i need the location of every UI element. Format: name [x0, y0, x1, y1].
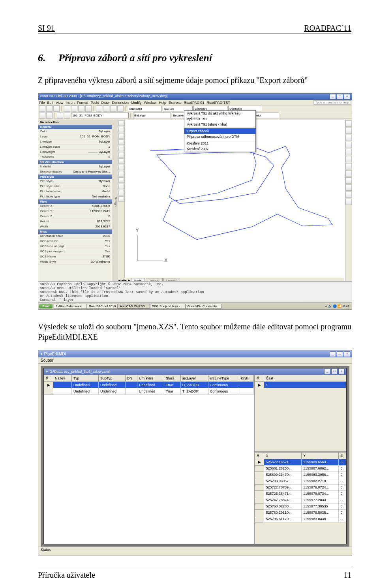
menu-window[interactable]: Window [144, 101, 157, 105]
toolbar-button[interactable] [46, 112, 53, 118]
grid-cell[interactable]: 1155979.0724... [301, 484, 339, 490]
menu-roadpac-91[interactable]: RoadPAC 91 [184, 101, 205, 105]
grid-cell[interactable]: T_ZABOR [180, 388, 208, 395]
grid-cell[interactable] [126, 388, 137, 395]
palette-section-header[interactable]: 3D Visualization [38, 160, 112, 164]
column-header[interactable]: Název [53, 375, 72, 382]
palette-row[interactable]: Center X526032.9035 [38, 204, 112, 209]
palette-row[interactable]: Lineweight——— ByLayer [38, 150, 112, 155]
column-header[interactable]: Ŕ [44, 375, 53, 382]
color-combo[interactable]: ByLayer [133, 113, 171, 118]
menu-item[interactable]: Export záborů [184, 128, 255, 134]
grid-cell[interactable]: True [164, 388, 181, 395]
palette-row[interactable]: Plot styleByColor [38, 179, 112, 184]
column-header[interactable]: DN [126, 375, 137, 382]
grid-cell[interactable] [239, 388, 254, 395]
row-handle[interactable] [255, 516, 264, 522]
grid-cell[interactable]: 1155983.3956... [301, 472, 339, 478]
grid-cell[interactable]: 525681.26230... [264, 465, 302, 472]
toolbar-button[interactable] [64, 105, 70, 112]
column-header[interactable]: SubTyp [99, 375, 126, 382]
grid-cell[interactable]: 0 [339, 472, 346, 478]
palette-row[interactable]: Width2023.9217 [38, 224, 112, 229]
palette-row[interactable]: MaterialByLayer [38, 164, 112, 169]
grid-main[interactable]: ŔNázevTypSubTypDNUmístěníStarásrcLayersr… [44, 375, 255, 544]
menu-item[interactable]: Vykreslit T91 [184, 116, 255, 122]
menu-help[interactable]: Help [159, 101, 167, 105]
row-handle[interactable] [255, 497, 264, 503]
grid-cell[interactable]: 525780.29110... [264, 509, 302, 516]
grid-cell[interactable]: 0 [339, 478, 346, 484]
menu-file[interactable]: File [39, 101, 45, 105]
toolbar-button[interactable] [46, 105, 53, 112]
palette-row[interactable]: UCS icon at originYes [38, 244, 112, 249]
palette-row[interactable]: Linetype scale1 [38, 145, 112, 150]
palette-row[interactable]: Plot style tableNone [38, 184, 112, 189]
row-handle[interactable] [44, 388, 53, 395]
row-handle[interactable] [255, 509, 264, 516]
menu-soubor[interactable]: Soubor [41, 358, 53, 363]
column-header[interactable]: Krytí [239, 375, 254, 382]
hatch-icon[interactable] [118, 152, 124, 158]
palette-row[interactable]: Height833.3795 [38, 219, 112, 224]
palette-section-header[interactable]: Plot style [38, 175, 112, 179]
menu-view[interactable]: View [56, 101, 63, 105]
row-handle[interactable] [255, 465, 264, 472]
menu-insert[interactable]: Insert [66, 101, 75, 105]
window-buttons[interactable]: _□× [329, 94, 350, 100]
line-icon[interactable] [118, 120, 124, 126]
row-handle[interactable]: ▶ [255, 382, 264, 388]
dim-icon[interactable] [118, 165, 124, 170]
palette-row[interactable]: Shadow displayCasts and Receives Sha... [38, 169, 112, 175]
toolbar-button[interactable] [71, 105, 77, 112]
taskbar-app-button[interactable]: OpenVPN Connectio... [186, 304, 221, 309]
grid-cell[interactable]: 1155983.0338... [301, 516, 339, 522]
grid-cell[interactable]: Undefined [71, 388, 98, 395]
menu-roadpac-tst[interactable]: RoadPAC-TST [206, 101, 230, 105]
grid-cell[interactable]: Undefined [99, 382, 126, 388]
style-combo[interactable]: Standard [128, 106, 162, 111]
grid-cell[interactable]: D_ZABOR [180, 382, 208, 388]
grid-cell[interactable]: 525699.21470... [264, 472, 302, 478]
menu-edit[interactable]: Edit [47, 101, 54, 105]
toolbar-button[interactable] [78, 105, 84, 112]
grid-cell[interactable]: Undefined [99, 388, 126, 395]
toolbar-button[interactable] [53, 105, 60, 112]
grid-cell[interactable]: 0 [339, 459, 346, 465]
grid-cell[interactable]: 525703.93057... [264, 478, 302, 484]
palette-row[interactable]: Plot table typeNot available [38, 194, 112, 199]
palette-row[interactable]: Linetype——— ByLayer [38, 139, 112, 145]
grid-coords[interactable]: ŔXYZ▶525672.16571...1155989.6563...05256… [255, 452, 346, 544]
grid-cell[interactable]: 1155982.2719... [301, 478, 339, 484]
column-header[interactable]: Část [264, 375, 346, 382]
palette-row[interactable]: Thickness0 [38, 155, 112, 160]
column-header[interactable]: Umístění [137, 375, 164, 382]
grid-cell[interactable] [53, 382, 72, 388]
copy-icon[interactable] [345, 128, 352, 134]
column-header[interactable]: Y [301, 452, 339, 459]
grid-cell[interactable] [126, 382, 137, 388]
column-header[interactable]: srcLayer [180, 375, 208, 382]
trim-icon[interactable] [345, 177, 352, 184]
grid-cell[interactable]: 0 [339, 509, 346, 516]
region-icon[interactable] [118, 190, 124, 195]
menu-format[interactable]: Format [77, 101, 88, 105]
grid-cell[interactable] [53, 388, 72, 395]
row-handle[interactable] [255, 478, 264, 484]
row-handle[interactable] [255, 503, 264, 509]
grid-cell[interactable]: 1155977.2033... [301, 497, 339, 503]
column-header[interactable]: Typ [71, 375, 98, 382]
grid-cell[interactable]: 525725.38471... [264, 490, 302, 497]
palette-row[interactable]: Annotation scale1:100 [38, 234, 112, 239]
taskbar-app-button[interactable]: AutoCAD Civil 3D ... [118, 304, 150, 309]
taskbar-app-button[interactable]: SI91 Spojené řezy - ... [150, 304, 185, 309]
menu-bar[interactable]: Soubor [38, 357, 352, 364]
grid-cell[interactable]: Undefined [137, 382, 164, 388]
column-header[interactable]: X [264, 452, 302, 459]
rotate-icon[interactable] [345, 163, 352, 169]
grid-cell[interactable]: 0 [339, 484, 346, 490]
circle-icon[interactable] [118, 133, 124, 139]
help-search-box[interactable]: Type a question for help [313, 100, 351, 105]
menu-draw[interactable]: Draw [101, 101, 109, 105]
column-header[interactable]: Ŕ [255, 375, 264, 382]
